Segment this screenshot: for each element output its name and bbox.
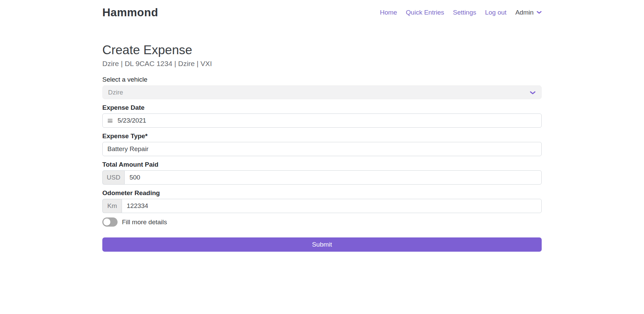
total-amount-label: Total Amount Paid	[102, 161, 542, 168]
top-navbar: Hammond Home Quick Entries Settings Log …	[102, 0, 542, 18]
page-container: Hammond Home Quick Entries Settings Log …	[102, 0, 542, 252]
vehicle-summary-subtitle: Dzire | DL 9CAC 1234 | Dzire | VXI	[102, 59, 542, 68]
chevron-down-icon	[537, 11, 542, 14]
distance-unit-prefix: Km	[102, 199, 122, 213]
fill-more-details-row: Fill more details	[102, 217, 542, 227]
fill-more-details-toggle[interactable]	[102, 217, 118, 227]
total-amount-input[interactable]	[124, 170, 542, 185]
user-menu-admin[interactable]: Admin	[515, 9, 542, 16]
total-amount-field: Total Amount Paid USD	[102, 161, 542, 185]
submit-button[interactable]: Submit	[102, 237, 542, 252]
expense-type-input[interactable]	[102, 142, 542, 156]
expense-date-field: Expense Date	[102, 104, 542, 128]
odometer-field: Odometer Reading Km	[102, 189, 542, 213]
odometer-input[interactable]	[122, 199, 542, 213]
create-expense-form: Select a vehicle Dzire Expense Date	[102, 76, 542, 252]
page-title: Create Expense	[102, 43, 542, 57]
main-nav: Home Quick Entries Settings Log out Admi…	[380, 9, 542, 16]
expense-type-field: Expense Type*	[102, 132, 542, 156]
user-menu-label: Admin	[515, 9, 534, 16]
expense-type-label: Expense Type*	[102, 132, 542, 140]
brand-logo[interactable]: Hammond	[102, 7, 158, 18]
vehicle-select-value: Dzire	[108, 89, 123, 96]
toggle-knob	[103, 218, 110, 226]
vehicle-select[interactable]: Dzire	[102, 85, 542, 99]
odometer-label: Odometer Reading	[102, 189, 542, 197]
chevron-down-icon	[530, 90, 536, 96]
nav-item-logout[interactable]: Log out	[485, 9, 506, 16]
expense-date-input[interactable]	[102, 113, 542, 128]
nav-item-home[interactable]: Home	[380, 9, 397, 16]
currency-prefix: USD	[102, 170, 124, 185]
nav-item-settings[interactable]: Settings	[453, 9, 476, 16]
vehicle-label: Select a vehicle	[102, 76, 542, 83]
nav-item-quick-entries[interactable]: Quick Entries	[406, 9, 444, 16]
fill-more-details-label: Fill more details	[122, 218, 167, 226]
expense-date-label: Expense Date	[102, 104, 542, 111]
vehicle-field: Select a vehicle Dzire	[102, 76, 542, 99]
